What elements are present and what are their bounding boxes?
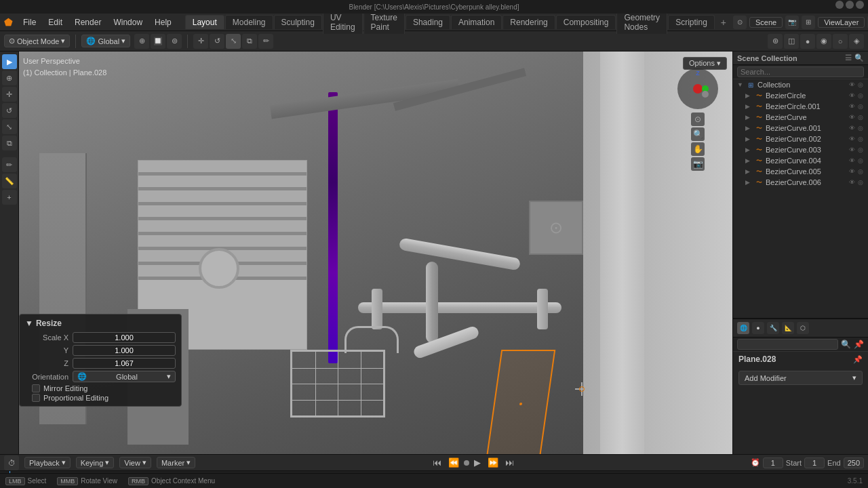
mode-selector[interactable]: ⊙ Object Mode ▾ [4, 35, 70, 47]
item5-eye[interactable]: 👁 [848, 146, 856, 154]
transform-btn[interactable]: ⧉ [242, 34, 257, 49]
current-frame[interactable]: 1 [763, 458, 783, 468]
rendered-shading-btn[interactable]: ○ [833, 34, 848, 49]
scene-icon[interactable]: ⊙ [733, 16, 747, 29]
maximize-btn[interactable] [846, 1, 854, 9]
prop-material-icon[interactable]: ⬡ [797, 322, 809, 334]
item4-eye[interactable]: 👁 [848, 135, 856, 143]
step-back-btn[interactable]: ⏪ [446, 457, 461, 468]
end-frame[interactable]: 250 [844, 458, 864, 468]
item6-eye[interactable]: 👁 [848, 157, 856, 165]
menu-help[interactable]: Help [149, 16, 177, 28]
rotate-btn[interactable]: ↺ [210, 34, 224, 49]
item1-render[interactable]: ◎ [857, 102, 864, 110]
tab-modeling[interactable]: Modeling [225, 15, 273, 29]
scene-selector[interactable]: Scene [749, 17, 783, 28]
zoom-btn[interactable]: 🔍 [691, 127, 705, 141]
menu-render[interactable]: Render [69, 16, 106, 28]
outliner-item-beziercurve002[interactable]: ▶ 〜 BezierCurve.002 👁 ◎ [741, 134, 868, 144]
snap-toggle-btn[interactable]: 🔲 [151, 34, 165, 49]
proportional-editing-checkbox[interactable] [32, 394, 40, 402]
item3-eye[interactable]: 👁 [848, 124, 856, 132]
item8-eye[interactable]: 👁 [848, 178, 856, 186]
item8-render[interactable]: ◎ [857, 178, 864, 186]
collection-render-icon[interactable]: ◎ [857, 81, 864, 89]
translate-btn[interactable]: ✛ [193, 34, 208, 49]
item6-render[interactable]: ◎ [857, 157, 864, 165]
outliner-item-beziercircle[interactable]: ▶ 〜 BezierCircle 👁 ◎ [741, 90, 868, 101]
rotate-tool-btn[interactable]: ↺ [2, 103, 17, 118]
view-layer-selector[interactable]: ViewLayer [818, 17, 865, 28]
minimize-btn[interactable] [835, 1, 844, 9]
transform-tool-btn[interactable]: ⧉ [2, 136, 17, 150]
tab-sculpting[interactable]: Sculpting [274, 15, 322, 29]
prop-modifier-icon[interactable]: 🔧 [767, 322, 779, 334]
item2-eye[interactable]: 👁 [848, 113, 856, 121]
prop-search-icon[interactable]: 🔍 [841, 340, 851, 349]
outliner-item-beziercurve[interactable]: ▶ 〜 BezierCurve 👁 ◎ [741, 112, 868, 123]
prop-pin-btn[interactable]: 📌 [853, 355, 863, 364]
menu-file[interactable]: File [18, 16, 41, 28]
outliner-filter-icon[interactable]: ☰ [845, 54, 852, 62]
3d-viewport[interactable]: RRCG RRCG [19, 52, 732, 454]
item3-render[interactable]: ◎ [857, 124, 864, 132]
nav-gizmo-circle[interactable]: Z [677, 68, 718, 109]
item7-eye[interactable]: 👁 [848, 167, 856, 176]
scale-y-input[interactable]: 1.000 [73, 345, 176, 356]
scale-tool-btn[interactable]: ⤡ [2, 119, 17, 134]
scale-btn[interactable]: ⤡ [226, 34, 241, 49]
xray-btn[interactable]: ◫ [784, 34, 799, 49]
material-shading-btn[interactable]: ◉ [816, 34, 831, 49]
item4-render[interactable]: ◎ [857, 135, 864, 143]
tab-shading[interactable]: Shading [406, 15, 450, 29]
render-icon[interactable]: 📷 [785, 16, 799, 29]
orientation-selector[interactable]: 🌐 Global ▾ [73, 371, 176, 382]
item2-render[interactable]: ◎ [857, 113, 864, 121]
eevee-btn[interactable]: ◈ [849, 34, 864, 49]
select-tool-btn[interactable]: ▶ [2, 54, 17, 69]
menu-edit[interactable]: Edit [43, 16, 68, 28]
proportional-btn[interactable]: ⊚ [167, 34, 182, 49]
item0-render[interactable]: ◎ [857, 92, 864, 100]
tab-uv-editing[interactable]: UV Editing [323, 10, 363, 34]
outliner-item-beziercircle001[interactable]: ▶ 〜 BezierCircle.001 👁 ◎ [741, 101, 868, 112]
annotate-btn[interactable]: ✏ [258, 34, 273, 49]
add-tool-btn[interactable]: + [2, 190, 17, 205]
nav-gizmo[interactable]: Z ⊙ 🔍 ✋ 📷 [674, 65, 722, 113]
step-forward-btn[interactable]: ⏩ [486, 457, 500, 468]
prop-search-input[interactable] [737, 339, 838, 350]
jump-end-btn[interactable]: ⏭ [503, 457, 516, 468]
viewport-overlay-btn[interactable]: ⊛ [768, 34, 783, 49]
tab-texture-paint[interactable]: Texture Paint [363, 10, 405, 34]
outliner-search-input[interactable] [737, 66, 864, 77]
tab-animation[interactable]: Animation [451, 15, 502, 29]
tab-geometry-nodes[interactable]: Geometry Nodes [616, 10, 667, 34]
start-frame[interactable]: 1 [804, 458, 825, 468]
item5-render[interactable]: ◎ [857, 146, 864, 154]
solid-shading-btn[interactable]: ● [800, 34, 815, 49]
menu-window[interactable]: Window [108, 16, 148, 28]
tab-compositing[interactable]: Compositing [556, 15, 616, 29]
viewport-shading-global[interactable]: 🌐 Global ▾ [81, 35, 130, 47]
jump-start-btn[interactable]: ⏮ [431, 457, 443, 468]
outliner-scene-collection[interactable]: ▼ ⊞ Collection 👁 ◎ [733, 79, 868, 90]
annotate-tool-btn[interactable]: ✏ [2, 157, 17, 172]
resize-panel-header[interactable]: ▼ Resize [25, 319, 176, 328]
scale-x-input[interactable]: 1.000 [73, 332, 176, 343]
collection-eye-icon[interactable]: 👁 [848, 81, 856, 89]
item7-render[interactable]: ◎ [857, 167, 864, 176]
outliner-search-icon[interactable]: 🔍 [854, 54, 864, 62]
item1-eye[interactable]: 👁 [848, 102, 856, 110]
tab-rendering[interactable]: Rendering [502, 15, 555, 29]
keying-menu[interactable]: Keying ▾ [76, 457, 115, 468]
tab-layout[interactable]: Layout [185, 15, 224, 29]
move-tool-btn[interactable]: ✛ [2, 87, 17, 102]
outliner-item-beziercurve003[interactable]: ▶ 〜 BezierCurve.003 👁 ◎ [741, 144, 868, 155]
outliner-item-beziercurve004[interactable]: ▶ 〜 BezierCurve.004 👁 ◎ [741, 155, 868, 166]
pan-btn[interactable]: ✋ [691, 142, 705, 156]
timeline-editor-icon[interactable]: ⏱ [4, 455, 19, 470]
prop-pin-icon[interactable]: 📌 [854, 340, 864, 349]
camera-view-btn[interactable]: 📷 [691, 157, 705, 171]
close-btn[interactable] [856, 1, 864, 9]
mirror-editing-checkbox[interactable] [32, 384, 40, 392]
